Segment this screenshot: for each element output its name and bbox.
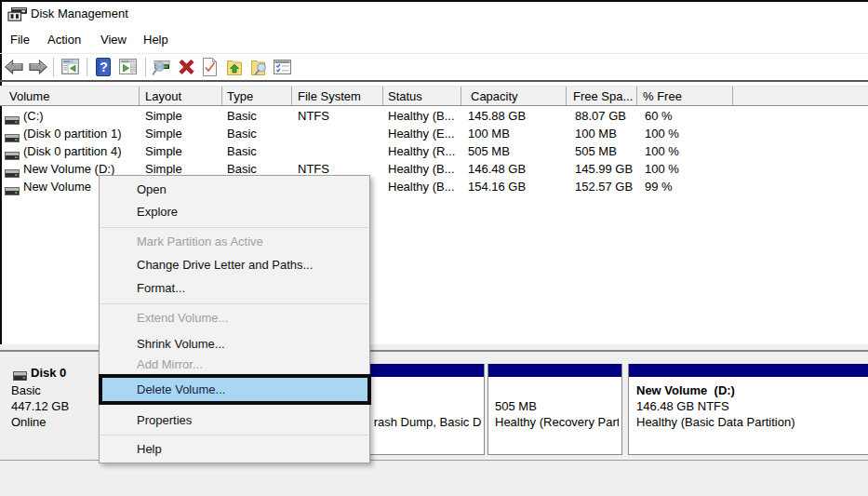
svg-text:?: ? <box>100 60 108 74</box>
